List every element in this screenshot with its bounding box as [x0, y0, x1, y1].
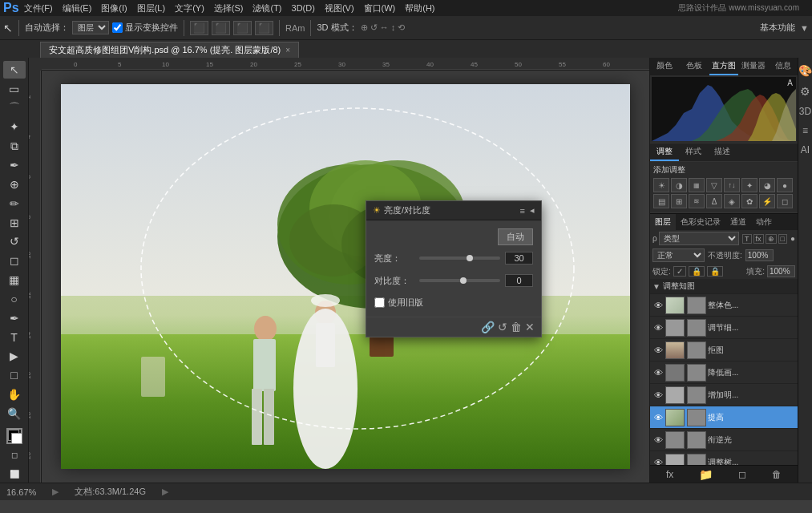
tab-measure[interactable]: 测量器	[738, 58, 768, 75]
layer-eye-0[interactable]: 👁	[652, 300, 664, 311]
tool-gradient[interactable]: ▦	[3, 271, 26, 289]
fill-input[interactable]	[767, 265, 795, 277]
menu-file[interactable]: 文件(F)	[24, 2, 53, 14]
tool-crop[interactable]: ⧉	[3, 137, 26, 155]
filter-t-icon[interactable]: T	[742, 234, 752, 244]
tool-pen[interactable]: ✒	[3, 309, 26, 327]
tab-close[interactable]: ×	[285, 46, 290, 55]
layer-type-filter[interactable]: 类型 名称	[659, 232, 739, 245]
adj-icon-3[interactable]: ▽	[706, 178, 722, 192]
tool-text[interactable]: T	[3, 329, 26, 346]
contrast-slider[interactable]	[419, 279, 500, 282]
lock-px-btn[interactable]: ✓	[673, 266, 686, 277]
side-icon-layer[interactable]: ≡	[801, 123, 810, 138]
layer-eye-6[interactable]: 👁	[652, 434, 664, 446]
layer-item-6[interactable]: 👁 衔逆光	[650, 429, 798, 451]
layer-item-7[interactable]: 👁 调整树...	[650, 451, 798, 465]
tool-magic-wand[interactable]: ✦	[3, 118, 26, 135]
tool-heal[interactable]: ⊕	[3, 176, 26, 193]
menu-image[interactable]: 图像(I)	[101, 2, 127, 14]
layer-eye-2[interactable]: 👁	[652, 345, 664, 356]
tool-history-brush[interactable]: ↺	[3, 232, 26, 250]
dialog-auto-button[interactable]: 自动	[498, 228, 533, 245]
dialog-delete-icon[interactable]: 🗑	[511, 321, 522, 333]
legacy-checkbox[interactable]	[374, 297, 385, 308]
lock-all-btn[interactable]: 🔒	[707, 266, 723, 277]
transform-checkbox[interactable]	[112, 22, 123, 33]
adj-tab-desc[interactable]: 描述	[708, 143, 737, 161]
adj-icon-10[interactable]: ≋	[689, 194, 705, 208]
align-center-icon[interactable]: ⬛	[212, 21, 230, 35]
tool-brush[interactable]: ✏	[3, 195, 26, 212]
brightness-value[interactable]	[505, 252, 533, 265]
layer-eye-5[interactable]: 👁	[652, 412, 664, 423]
adj-tab-active[interactable]: 调整	[650, 143, 679, 161]
tab-swatches[interactable]: 色板	[680, 58, 709, 75]
menu-edit[interactable]: 编辑(E)	[63, 2, 92, 14]
active-tab[interactable]: 安文超高质修图组团V削构.psd @ 16.7% (提亮. 图层蒙版/8) ×	[40, 42, 299, 58]
layer-eye-1[interactable]: 👁	[652, 322, 664, 333]
tab-info[interactable]: 信息	[768, 58, 798, 75]
adj-icon-13[interactable]: ✿	[741, 194, 757, 208]
adj-icon-15[interactable]: ◻	[777, 194, 793, 208]
opacity-input[interactable]	[745, 249, 774, 261]
tool-move[interactable]: ↖	[3, 61, 26, 79]
tool-stamp[interactable]: ⊞	[3, 214, 26, 232]
layers-tab-history[interactable]: 色彩史记录	[676, 214, 725, 230]
lock-pos-btn[interactable]: 🔒	[689, 266, 705, 277]
footer-new-layer-btn[interactable]: ◻	[738, 469, 746, 480]
tool-screen-mode[interactable]: ⬜	[3, 465, 26, 483]
tool-hand[interactable]: ✋	[3, 386, 26, 403]
tab-histogram[interactable]: 直方图	[709, 58, 739, 75]
workspace-arrow[interactable]: ▼	[800, 23, 809, 33]
layer-item-2[interactable]: 👁 拒图	[650, 339, 798, 362]
layer-item-3[interactable]: 👁 降低画...	[650, 362, 798, 384]
tool-mask-mode[interactable]: ◻	[3, 446, 26, 463]
tool-eyedropper[interactable]: ✒	[3, 156, 26, 174]
filter-adj-icon[interactable]: ⊕	[766, 234, 777, 244]
layer-item-5[interactable]: 👁 提高	[650, 406, 798, 429]
layer-item-1[interactable]: 👁 调节细...	[650, 317, 798, 339]
blend-mode-select[interactable]: 正常 溶解 正片叠底	[652, 248, 705, 262]
adj-tab-style[interactable]: 样式	[679, 143, 708, 161]
adj-icon-2[interactable]: ▦	[689, 178, 705, 192]
adj-icon-8[interactable]: ▤	[653, 194, 669, 208]
fg-color[interactable]	[6, 428, 22, 444]
layers-tab-layers[interactable]: 图层	[650, 214, 676, 230]
layer-eye-4[interactable]: 👁	[652, 390, 664, 401]
side-icon-3d[interactable]: 3D	[798, 104, 812, 119]
dialog-reset-icon[interactable]: ↺	[498, 321, 507, 333]
filter-toggle[interactable]: ●	[790, 234, 795, 244]
filter-smart-icon[interactable]: □	[778, 234, 787, 244]
align-left-icon[interactable]: ⬛	[190, 21, 208, 35]
dialog-expand-btn[interactable]: ◂	[530, 205, 535, 216]
layer-item-0[interactable]: 👁 整体色...	[650, 294, 798, 317]
footer-delete-btn[interactable]: 🗑	[772, 469, 782, 480]
menu-view[interactable]: 视图(V)	[325, 2, 354, 14]
footer-fx-btn[interactable]: fx	[666, 469, 673, 480]
auto-select-dropdown[interactable]: 图层 组	[72, 21, 109, 34]
layers-tab-channels[interactable]: 通道	[725, 214, 751, 230]
menu-layer[interactable]: 图层(L)	[137, 2, 165, 14]
side-icon-adjust[interactable]: ⚙	[798, 83, 812, 99]
align-right-icon[interactable]: ⬛	[233, 21, 252, 35]
tool-dodge[interactable]: ○	[3, 290, 26, 308]
menu-text[interactable]: 文字(Y)	[175, 2, 204, 14]
adj-icon-4[interactable]: ↑↓	[724, 178, 740, 192]
adj-icon-11[interactable]: Δ	[706, 194, 722, 208]
adj-icon-5[interactable]: ✦	[741, 178, 757, 192]
tool-path-select[interactable]: ▶	[3, 347, 26, 365]
layer-eye-7[interactable]: 👁	[652, 457, 664, 466]
brightness-slider[interactable]	[419, 256, 500, 260]
tool-eraser[interactable]: ◻	[3, 252, 26, 269]
adj-icon-6[interactable]: ◕	[759, 178, 775, 192]
filter-fx-icon[interactable]: fx	[753, 234, 764, 244]
menu-select[interactable]: 选择(S)	[214, 2, 244, 14]
tab-color[interactable]: 颜色	[650, 58, 680, 75]
menu-help[interactable]: 帮助(H)	[405, 2, 434, 14]
tool-select-rect[interactable]: ▭	[3, 80, 26, 98]
layers-tab-actions[interactable]: 动作	[751, 214, 777, 230]
adj-icon-14[interactable]: ⚡	[759, 194, 775, 208]
tool-shape[interactable]: □	[3, 366, 26, 384]
dialog-link-icon[interactable]: 🔗	[481, 321, 495, 333]
